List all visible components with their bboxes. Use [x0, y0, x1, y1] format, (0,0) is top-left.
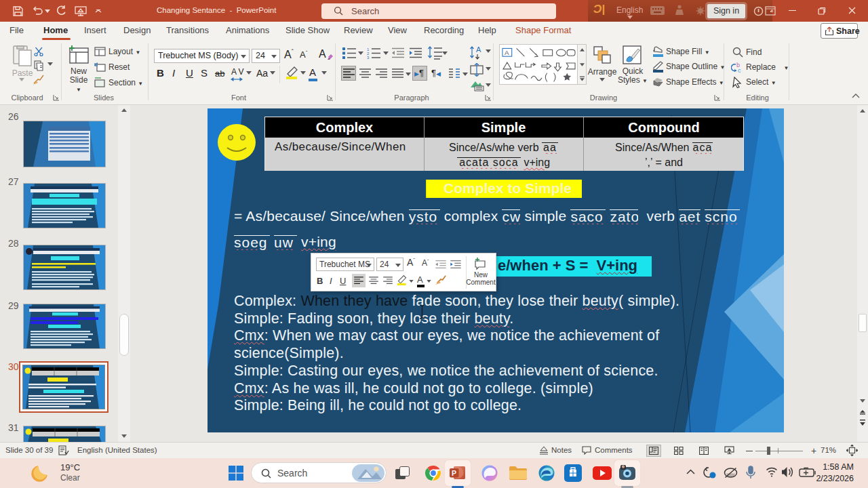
svg-text:A: A: [476, 45, 481, 54]
svg-text:P: P: [452, 469, 456, 477]
svg-text:3: 3: [367, 56, 370, 59]
svg-text:A: A: [505, 49, 509, 56]
svg-text:c: c: [738, 67, 741, 74]
